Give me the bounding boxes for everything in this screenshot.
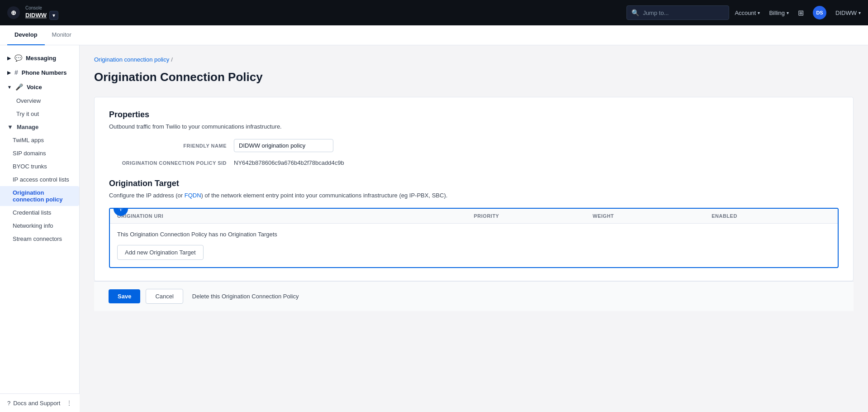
properties-section: Properties Outbound traffic from Twilio … bbox=[109, 110, 839, 166]
question-icon: ? bbox=[7, 400, 10, 407]
docs-support-item[interactable]: ? Docs and Support bbox=[7, 400, 60, 407]
cancel-button[interactable]: Cancel bbox=[146, 289, 183, 304]
sid-row: ORIGINATION CONNECTION POLICY SID NY642b… bbox=[109, 159, 839, 166]
sidebar-stream-connectors[interactable]: Stream connectors bbox=[0, 232, 79, 245]
hash-icon: # bbox=[14, 69, 18, 76]
sidebar-byoc-trunks[interactable]: BYOC trunks bbox=[0, 160, 79, 173]
messaging-icon: 💬 bbox=[14, 54, 22, 62]
sidebar-item-phone-numbers[interactable]: ▶ # Phone Numbers bbox=[0, 65, 79, 80]
content-card: Properties Outbound traffic from Twilio … bbox=[94, 97, 854, 281]
sub-navigation: Develop Monitor bbox=[0, 25, 868, 45]
page-layout: ▶ 💬 Messaging ▶ # Phone Numbers ▼ 🎤 Voic… bbox=[0, 45, 868, 412]
search-bar: 🔍 bbox=[626, 5, 729, 20]
target-desc-text2: ) of the network element entry point int… bbox=[201, 192, 448, 199]
page-title: Origination Connection Policy bbox=[94, 70, 854, 84]
brand-dropdown[interactable]: ▾ bbox=[49, 11, 58, 20]
avatar: DS bbox=[813, 6, 826, 19]
friendly-name-input[interactable] bbox=[234, 139, 333, 152]
search-icon: 🔍 bbox=[631, 9, 639, 16]
search-input[interactable] bbox=[643, 10, 724, 16]
add-target-button[interactable]: Add new Origination Target bbox=[117, 245, 204, 260]
target-table-wrapper: + ORIGINATION URI PRIORITY WEIGHT ENABLE… bbox=[109, 208, 839, 268]
sidebar-sip-domains[interactable]: SIP domains bbox=[0, 147, 79, 160]
target-section-title: Origination Target bbox=[109, 179, 839, 188]
breadcrumb-link[interactable]: Origination connection policy bbox=[94, 56, 169, 63]
save-button[interactable]: Save bbox=[109, 289, 140, 303]
grid-icon[interactable]: ⊞ bbox=[798, 9, 804, 17]
voice-caret: ▼ bbox=[7, 85, 12, 90]
manage-caret: ▼ bbox=[7, 124, 13, 130]
billing-nav-item[interactable]: Billing bbox=[769, 10, 789, 16]
brand-name[interactable]: DIDWW bbox=[25, 12, 47, 19]
sid-label: ORIGINATION CONNECTION POLICY SID bbox=[109, 160, 227, 166]
friendly-name-row: FRIENDLY NAME bbox=[109, 139, 839, 152]
col-header-weight: WEIGHT bbox=[593, 213, 711, 219]
sidebar-networking-info[interactable]: Networking info bbox=[0, 219, 79, 232]
username-nav[interactable]: DIDWW bbox=[835, 10, 861, 16]
sidebar-credential-lists[interactable]: Credential lists bbox=[0, 206, 79, 219]
top-navigation: ⊕ Console DIDWW ▾ 🔍 Account Billing ⊞ DS… bbox=[0, 0, 868, 25]
target-empty-message: This Origination Connection Policy has n… bbox=[110, 224, 838, 240]
breadcrumb: Origination connection policy / bbox=[94, 56, 854, 63]
sidebar-sub-try-it-out[interactable]: Try it out bbox=[0, 107, 79, 120]
console-logo: ⊕ bbox=[7, 6, 20, 19]
add-target-btn-wrapper: Add new Origination Target bbox=[110, 240, 838, 267]
voice-icon: 🎤 bbox=[15, 83, 23, 91]
target-desc: Configure the IP address (or FQDN) of th… bbox=[109, 192, 839, 199]
nav-items: Account Billing ⊞ DS DIDWW bbox=[735, 6, 861, 19]
console-label: Console bbox=[25, 5, 58, 11]
target-table-header: ORIGINATION URI PRIORITY WEIGHT ENABLED bbox=[110, 209, 838, 224]
sidebar-twiml-apps[interactable]: TwiML apps bbox=[0, 134, 79, 147]
properties-desc: Outbound traffic from Twilio to your com… bbox=[109, 123, 839, 130]
footer-actions: Save Cancel Delete this Origination Conn… bbox=[94, 281, 854, 311]
tab-develop[interactable]: Develop bbox=[7, 25, 45, 45]
sid-value: NY642b878606c9a676b4b2f78bcadd4c9b bbox=[234, 159, 344, 166]
main-content: Origination connection policy / Originat… bbox=[80, 45, 868, 412]
col-header-uri: ORIGINATION URI bbox=[117, 213, 474, 219]
more-icon[interactable]: ⋮ bbox=[66, 399, 72, 407]
account-nav-item[interactable]: Account bbox=[735, 10, 760, 16]
sidebar-item-voice[interactable]: ▼ 🎤 Voice bbox=[0, 80, 79, 94]
breadcrumb-separator: / bbox=[171, 56, 173, 63]
sidebar-origination-policy[interactable]: Origination connection policy bbox=[0, 186, 79, 206]
messaging-caret: ▶ bbox=[7, 56, 11, 61]
sidebar-ip-access[interactable]: IP access control lists bbox=[0, 173, 79, 186]
tab-monitor[interactable]: Monitor bbox=[45, 25, 79, 45]
delete-button[interactable]: Delete this Origination Connection Polic… bbox=[189, 289, 303, 303]
target-desc-text: Configure the IP address (or bbox=[109, 192, 185, 199]
sidebar: ▶ 💬 Messaging ▶ # Phone Numbers ▼ 🎤 Voic… bbox=[0, 45, 80, 412]
col-header-priority: PRIORITY bbox=[474, 213, 593, 219]
sidebar-sub-overview[interactable]: Overview bbox=[0, 94, 79, 107]
phone-numbers-caret: ▶ bbox=[7, 70, 11, 75]
friendly-name-label: FRIENDLY NAME bbox=[109, 143, 227, 149]
sidebar-footer: ? Docs and Support ⋮ bbox=[0, 393, 80, 412]
origination-target-section: Origination Target Configure the IP addr… bbox=[109, 179, 839, 268]
properties-title: Properties bbox=[109, 110, 839, 120]
col-header-enabled: ENABLED bbox=[711, 213, 830, 219]
sidebar-manage-header[interactable]: ▼ Manage bbox=[0, 120, 79, 134]
sidebar-item-messaging[interactable]: ▶ 💬 Messaging bbox=[0, 51, 79, 65]
fqdn-link[interactable]: FQDN bbox=[185, 192, 201, 199]
